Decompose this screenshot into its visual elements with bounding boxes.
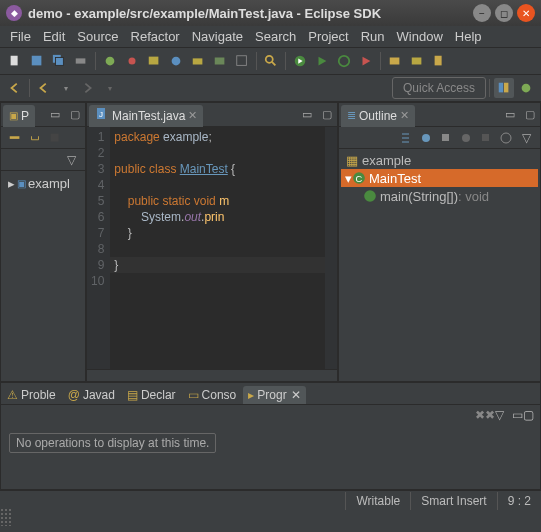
menu-window[interactable]: Window xyxy=(391,27,449,46)
menu-project[interactable]: Project xyxy=(302,27,354,46)
outline-minimize-button[interactable]: ▭ xyxy=(502,107,518,123)
save-button[interactable] xyxy=(27,51,47,71)
tab-progr[interactable]: ▸Progr✕ xyxy=(243,386,305,404)
new-file-button[interactable] xyxy=(429,51,449,71)
collapse-all-button[interactable] xyxy=(6,129,24,147)
link-editor-button[interactable] xyxy=(26,129,44,147)
back-button[interactable] xyxy=(34,78,54,98)
outline-row[interactable]: ▦example xyxy=(341,151,538,169)
svg-rect-0 xyxy=(11,56,18,66)
menu-edit[interactable]: Edit xyxy=(37,27,71,46)
search-button[interactable] xyxy=(261,51,281,71)
menu-search[interactable]: Search xyxy=(249,27,302,46)
warn-icon: ⚠ xyxy=(7,388,18,402)
close-tab-button[interactable]: ✕ xyxy=(188,109,197,122)
external-tools-button[interactable] xyxy=(356,51,376,71)
new-project-button[interactable] xyxy=(407,51,427,71)
sort-button[interactable] xyxy=(397,129,415,147)
forward-button[interactable] xyxy=(78,78,98,98)
debug-last-button[interactable] xyxy=(334,51,354,71)
menu-refactor[interactable]: Refactor xyxy=(125,27,186,46)
menu-source[interactable]: Source xyxy=(71,27,124,46)
quick-access[interactable]: Quick Access xyxy=(392,77,486,99)
code-editor[interactable]: 12345678910 package example;public class… xyxy=(87,127,337,369)
line-number: 10 xyxy=(91,273,104,289)
focus-button[interactable] xyxy=(497,129,515,147)
tab-outline[interactable]: ≣ Outline ✕ xyxy=(341,105,415,127)
new-package-button[interactable] xyxy=(188,51,208,71)
code-line[interactable] xyxy=(110,273,325,289)
editor-maximize-button[interactable]: ▢ xyxy=(319,107,335,123)
coverage-button[interactable] xyxy=(144,51,164,71)
perspective-java-button[interactable] xyxy=(494,78,514,98)
hide-static-button[interactable] xyxy=(437,129,455,147)
menu-help[interactable]: Help xyxy=(449,27,488,46)
code-line[interactable]: } xyxy=(110,225,325,241)
hide-fields-button[interactable] xyxy=(417,129,435,147)
svg-line-13 xyxy=(272,62,276,66)
svg-point-24 xyxy=(522,84,531,93)
print-button[interactable] xyxy=(71,51,91,71)
tab-proble[interactable]: ⚠Proble xyxy=(2,386,61,404)
outline-maximize-button[interactable]: ▢ xyxy=(522,107,538,123)
line-number: 9 xyxy=(91,257,104,273)
run-button[interactable] xyxy=(290,51,310,71)
new-class-button[interactable] xyxy=(166,51,186,71)
code-line[interactable]: package example; xyxy=(110,129,325,145)
status-bar: Writable Smart Insert 9 : 2 xyxy=(0,490,541,510)
project-item[interactable]: ▸ ▣ exampl xyxy=(5,175,81,192)
maximize-view-button[interactable]: ▢ xyxy=(67,107,83,123)
resize-gripper[interactable] xyxy=(0,508,12,526)
filters-button[interactable] xyxy=(46,129,64,147)
close-button[interactable]: ✕ xyxy=(517,4,535,22)
outline-row[interactable]: main(String[]) : void xyxy=(341,187,538,205)
hide-local-button[interactable] xyxy=(477,129,495,147)
tab-editor[interactable]: J MainTest.java ✕ xyxy=(89,105,203,127)
close-tab-button[interactable]: ✕ xyxy=(291,388,301,402)
bottom-minimize-button[interactable]: ▭ xyxy=(512,408,523,422)
debug-button[interactable] xyxy=(100,51,120,71)
horizontal-scrollbar[interactable] xyxy=(87,369,337,381)
code-line[interactable] xyxy=(110,145,325,161)
minimize-button[interactable]: − xyxy=(473,4,491,22)
back-history-button[interactable]: ▾ xyxy=(56,78,76,98)
save-all-button[interactable] xyxy=(49,51,69,71)
breakpoint-button[interactable] xyxy=(122,51,142,71)
last-edit-button[interactable] xyxy=(5,78,25,98)
code-line[interactable]: public class MainTest { xyxy=(110,161,325,177)
run-last-button[interactable] xyxy=(312,51,332,71)
menu-navigate[interactable]: Navigate xyxy=(186,27,249,46)
hide-nonpublic-button[interactable] xyxy=(457,129,475,147)
outline-row[interactable]: ▾CMainTest xyxy=(341,169,538,187)
expand-icon[interactable]: ▾ xyxy=(345,171,352,186)
code-line[interactable]: public static void m xyxy=(110,193,325,209)
maximize-button[interactable]: ◻ xyxy=(495,4,513,22)
menu-run[interactable]: Run xyxy=(355,27,391,46)
new-java-project-button[interactable] xyxy=(385,51,405,71)
view-menu-button[interactable]: ▽ xyxy=(62,151,80,169)
tab-javad[interactable]: @Javad xyxy=(63,386,120,404)
code-line[interactable] xyxy=(110,177,325,193)
code-line[interactable]: System.out.prin xyxy=(110,209,325,225)
tab-package-explorer[interactable]: ▣ P xyxy=(3,105,35,127)
menu-file[interactable]: File xyxy=(4,27,37,46)
remove-all-button[interactable]: ✖✖ xyxy=(475,408,495,422)
expand-icon[interactable]: ▸ xyxy=(5,176,17,191)
bottom-maximize-button[interactable]: ▢ xyxy=(523,408,534,422)
perspective-debug-button[interactable] xyxy=(516,78,536,98)
progress-menu-button[interactable]: ▽ xyxy=(495,408,504,422)
overview-ruler[interactable] xyxy=(325,127,337,369)
open-type-button[interactable] xyxy=(232,51,252,71)
tab-declar[interactable]: ▤Declar xyxy=(122,386,181,404)
code-line[interactable]: } xyxy=(110,257,325,273)
tab-conso[interactable]: ▭Conso xyxy=(183,386,242,404)
editor-minimize-button[interactable]: ▭ xyxy=(299,107,315,123)
forward-history-button[interactable]: ▾ xyxy=(100,78,120,98)
new-folder-button[interactable] xyxy=(210,51,230,71)
line-number: 2 xyxy=(91,145,104,161)
code-line[interactable] xyxy=(110,241,325,257)
new-button[interactable] xyxy=(5,51,25,71)
outline-menu-button[interactable]: ▽ xyxy=(517,129,535,147)
minimize-view-button[interactable]: ▭ xyxy=(47,107,63,123)
close-outline-button[interactable]: ✕ xyxy=(400,109,409,122)
